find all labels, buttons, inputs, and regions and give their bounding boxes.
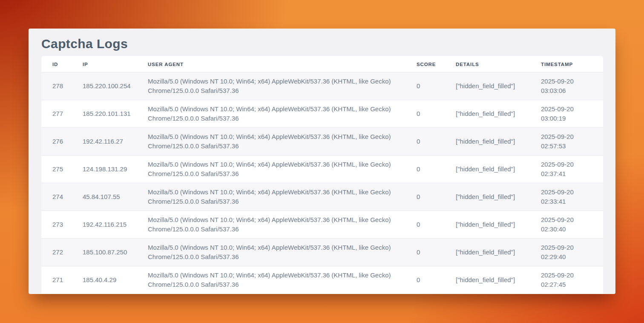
column-header-score: SCORE: [412, 56, 451, 72]
cell-ip: 185.220.101.131: [78, 100, 144, 128]
cell-user-agent: Mozilla/5.0 (Windows NT 10.0; Win64; x64…: [144, 266, 412, 294]
cell-ip: 45.84.107.55: [78, 183, 144, 211]
table-header-row: IDIPUSER AGENTSCOREDETAILSTIMESTAMP: [41, 56, 603, 72]
logs-table: IDIPUSER AGENTSCOREDETAILSTIMESTAMP 2781…: [41, 56, 603, 294]
cell-score: 0: [412, 100, 451, 128]
column-header-details: DETAILS: [451, 56, 537, 72]
cell-id: 274: [41, 183, 78, 211]
cell-details: ["hidden_field_filled"]: [451, 211, 537, 239]
column-header-user-agent: USER AGENT: [144, 56, 412, 72]
cell-score: 0: [412, 128, 451, 156]
page-background: { "page": { "title": "Captcha Logs" }, "…: [0, 0, 644, 323]
cell-details: ["hidden_field_filled"]: [451, 72, 537, 100]
cell-details: ["hidden_field_filled"]: [451, 239, 537, 266]
cell-timestamp: 2025-09-20 02:33:41: [537, 183, 603, 211]
cell-id: 277: [41, 100, 78, 128]
cell-details: ["hidden_field_filled"]: [451, 100, 537, 128]
column-header-ip: IP: [78, 56, 144, 72]
cell-user-agent: Mozilla/5.0 (Windows NT 10.0; Win64; x64…: [144, 100, 412, 128]
table-row: 277185.220.101.131Mozilla/5.0 (Windows N…: [41, 100, 603, 128]
column-header-id: ID: [41, 56, 78, 72]
table-row: 273192.42.116.215Mozilla/5.0 (Windows NT…: [41, 211, 603, 239]
cell-timestamp: 2025-09-20 03:00:19: [537, 100, 603, 128]
cell-score: 0: [412, 156, 451, 183]
page-title: Captcha Logs: [41, 35, 603, 53]
table-row: 278185.220.100.254Mozilla/5.0 (Windows N…: [41, 72, 603, 100]
cell-ip: 124.198.131.29: [78, 156, 144, 183]
table-row: 272185.100.87.250Mozilla/5.0 (Windows NT…: [41, 239, 603, 266]
table-row: 276192.42.116.27Mozilla/5.0 (Windows NT …: [41, 128, 603, 156]
cell-details: ["hidden_field_filled"]: [451, 156, 537, 183]
cell-id: 273: [41, 211, 78, 239]
cell-user-agent: Mozilla/5.0 (Windows NT 10.0; Win64; x64…: [144, 156, 412, 183]
cell-score: 0: [412, 266, 451, 294]
cell-timestamp: 2025-09-20 02:29:40: [537, 239, 603, 266]
cell-timestamp: 2025-09-20 02:37:41: [537, 156, 603, 183]
cell-id: 272: [41, 239, 78, 266]
cell-id: 278: [41, 72, 78, 100]
cell-ip: 192.42.116.27: [78, 128, 144, 156]
cell-user-agent: Mozilla/5.0 (Windows NT 10.0; Win64; x64…: [144, 72, 412, 100]
table-row: 271185.40.4.29Mozilla/5.0 (Windows NT 10…: [41, 266, 603, 294]
table-body: 278185.220.100.254Mozilla/5.0 (Windows N…: [41, 72, 603, 294]
logs-table-wrap: IDIPUSER AGENTSCOREDETAILSTIMESTAMP 2781…: [41, 56, 603, 294]
cell-user-agent: Mozilla/5.0 (Windows NT 10.0; Win64; x64…: [144, 239, 412, 266]
cell-score: 0: [412, 211, 451, 239]
cell-score: 0: [412, 183, 451, 211]
cell-id: 275: [41, 156, 78, 183]
cell-timestamp: 2025-09-20 02:27:45: [537, 266, 603, 294]
cell-id: 276: [41, 128, 78, 156]
column-header-timestamp: TIMESTAMP: [537, 56, 603, 72]
cell-ip: 185.220.100.254: [78, 72, 144, 100]
cell-details: ["hidden_field_filled"]: [451, 266, 537, 294]
cell-timestamp: 2025-09-20 02:57:53: [537, 128, 603, 156]
cell-user-agent: Mozilla/5.0 (Windows NT 10.0; Win64; x64…: [144, 211, 412, 239]
table-row: 275124.198.131.29Mozilla/5.0 (Windows NT…: [41, 156, 603, 183]
cell-score: 0: [412, 239, 451, 266]
cell-id: 271: [41, 266, 78, 294]
table-row: 27445.84.107.55Mozilla/5.0 (Windows NT 1…: [41, 183, 603, 211]
cell-timestamp: 2025-09-20 03:03:06: [537, 72, 603, 100]
table-header: IDIPUSER AGENTSCOREDETAILSTIMESTAMP: [41, 56, 603, 72]
cell-details: ["hidden_field_filled"]: [451, 128, 537, 156]
cell-user-agent: Mozilla/5.0 (Windows NT 10.0; Win64; x64…: [144, 128, 412, 156]
cell-user-agent: Mozilla/5.0 (Windows NT 10.0; Win64; x64…: [144, 183, 412, 211]
cell-score: 0: [412, 72, 451, 100]
cell-details: ["hidden_field_filled"]: [451, 183, 537, 211]
cell-ip: 185.100.87.250: [78, 239, 144, 266]
captcha-logs-card: Captcha Logs IDIPUSER AGENTSCOREDETAILST…: [29, 29, 615, 294]
cell-timestamp: 2025-09-20 02:30:40: [537, 211, 603, 239]
cell-ip: 192.42.116.215: [78, 211, 144, 239]
cell-ip: 185.40.4.29: [78, 266, 144, 294]
